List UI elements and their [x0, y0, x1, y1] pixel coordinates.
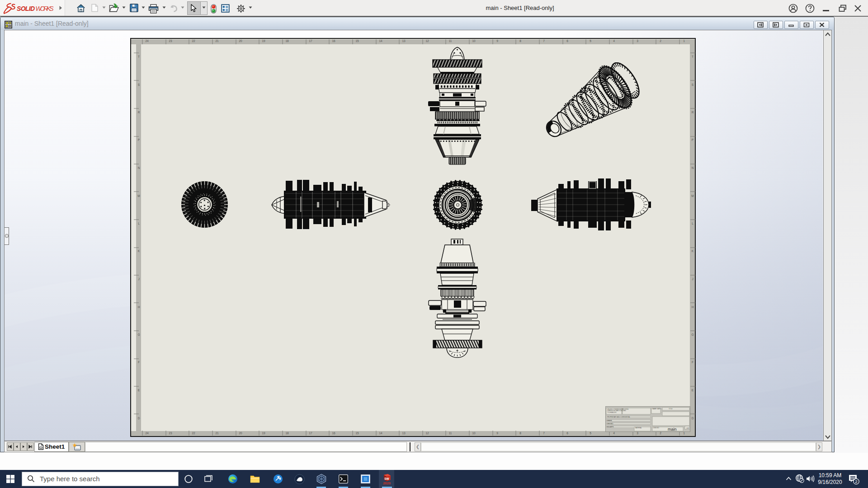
svg-text:TITLE:: TITLE: [669, 408, 673, 410]
svg-text:DRAWN: DRAWN [607, 420, 612, 422]
svg-text:2: 2 [855, 479, 857, 484]
svg-text:CHECKED: CHECKED [607, 423, 614, 425]
svg-text:DWG NO.: DWG NO. [653, 427, 660, 429]
svg-text:1/8: 1/8 [686, 427, 689, 429]
svg-text:DATE: DATE [657, 408, 660, 410]
svg-text:TOLERANCES:: TOLERANCES: [607, 412, 617, 413]
svg-text:SOLID: SOLID [17, 5, 35, 12]
svg-text:WORKS: WORKS [36, 5, 54, 12]
svg-text:NAME: NAME [652, 408, 656, 410]
svg-text:main: main [668, 427, 677, 432]
svg-text:ENG APPR.: ENG APPR. [607, 426, 614, 428]
svg-text:MATERIAL: MATERIAL [635, 427, 642, 429]
svg-text:PROPRIETARY AND CONFIDENTIAL: PROPRIETARY AND CONFIDENTIAL [607, 416, 630, 418]
svg-text:2020: 2020 [383, 481, 391, 485]
svg-text:SW: SW [384, 477, 389, 480]
